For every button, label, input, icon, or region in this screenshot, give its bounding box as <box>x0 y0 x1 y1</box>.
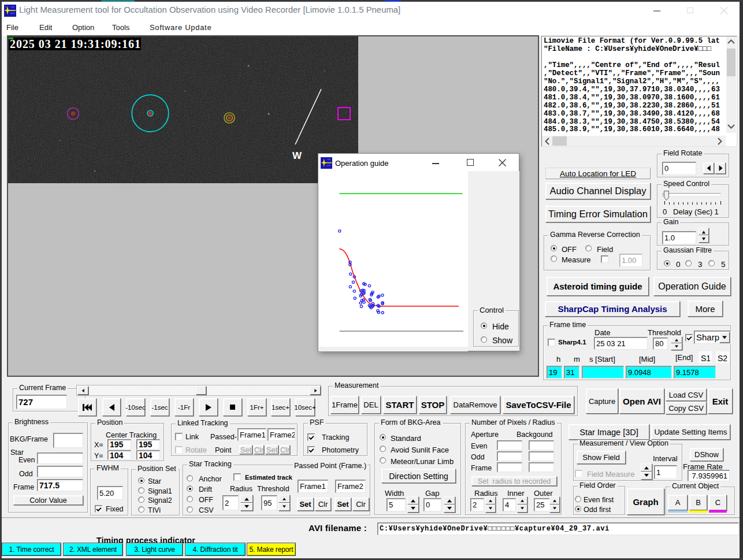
svg-text:W: W <box>292 150 302 161</box>
svg-text:2025 03 21 19:31:09:161: 2025 03 21 19:31:09:161 <box>10 38 140 50</box>
